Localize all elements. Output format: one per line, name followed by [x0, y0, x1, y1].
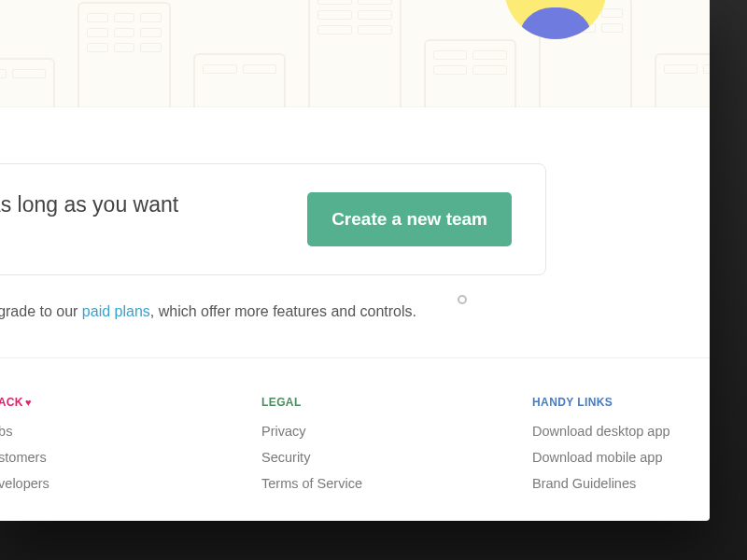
footer-heading-legal: LEGAL — [261, 396, 402, 409]
heart-icon: ♥ — [25, 397, 32, 408]
circle-decoration-icon — [458, 295, 467, 304]
page-content: free to use for as long as you want of a… — [0, 0, 710, 521]
buildings-decoration — [0, 0, 710, 107]
footer-col-handy: HANDY LINKS Download desktop app Downloa… — [532, 396, 672, 502]
cta-card: free to use for as long as you want of a… — [0, 163, 546, 275]
footer-col-legal: LEGAL Privacy Security Terms of Service — [261, 396, 402, 502]
paid-plans-link[interactable]: paid plans — [82, 303, 150, 319]
create-team-button[interactable]: Create a new team — [307, 192, 512, 246]
cta-text: free to use for as long as you want of a… — [0, 190, 285, 248]
footer-link-tos[interactable]: Terms of Service — [261, 476, 402, 491]
footer-heading-handy: HANDY LINKS — [532, 396, 672, 409]
footer: LACK♥ obs ustomers evelopers LEGAL Priva… — [0, 357, 710, 502]
subtext-before: easily upgrade to our — [0, 303, 82, 319]
footer-link-jobs[interactable]: obs — [0, 424, 131, 439]
footer-link-desktop[interactable]: Download desktop app — [532, 424, 672, 439]
footer-link-security[interactable]: Security — [261, 450, 402, 465]
footer-link-privacy[interactable]: Privacy — [261, 424, 402, 439]
footer-col-slack: LACK♥ obs ustomers evelopers — [0, 396, 131, 502]
footer-link-customers[interactable]: ustomers — [0, 450, 131, 465]
footer-link-mobile[interactable]: Download mobile app — [532, 450, 672, 465]
cta-section: free to use for as long as you want of a… — [0, 107, 710, 357]
footer-link-brand[interactable]: Brand Guidelines — [532, 476, 672, 491]
footer-heading-slack: LACK♥ — [0, 396, 131, 409]
cta-line1: to use for as long as you want — [0, 192, 178, 217]
subtext-after: , which offer more features and controls… — [150, 303, 416, 319]
footer-link-developers[interactable]: evelopers — [0, 476, 131, 491]
hero-illustration — [0, 0, 710, 107]
upgrade-subtext: easily upgrade to our paid plans, which … — [0, 303, 542, 320]
